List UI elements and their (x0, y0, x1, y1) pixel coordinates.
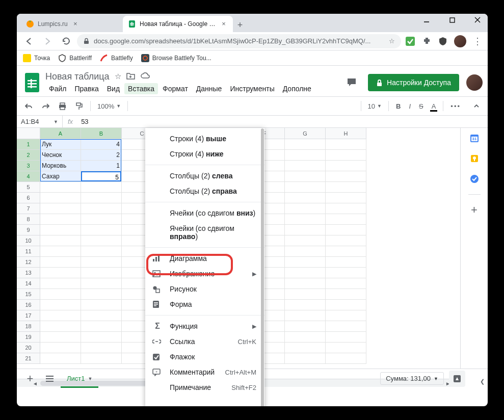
all-sheets-button[interactable] (41, 371, 58, 387)
row-header-7[interactable]: 7 (17, 203, 40, 214)
cell-B12[interactable] (81, 257, 122, 268)
cell-G19[interactable] (285, 332, 326, 343)
row-header-17[interactable]: 17 (17, 310, 40, 321)
cell-H12[interactable] (326, 257, 366, 268)
column-header-G[interactable]: G (285, 128, 326, 139)
share-button[interactable]: Настройки Доступа (368, 74, 459, 91)
bookmark-tochka[interactable]: Точка (23, 54, 50, 62)
cell-H17[interactable] (326, 310, 366, 321)
menu-insert[interactable]: Вставка (124, 83, 158, 94)
cell-A18[interactable] (40, 321, 81, 332)
cell-H10[interactable] (326, 235, 366, 246)
move-icon[interactable] (126, 72, 135, 81)
cell-H1[interactable] (326, 139, 366, 150)
cell-B19[interactable] (81, 332, 122, 343)
star-icon[interactable]: ☆ (389, 37, 395, 45)
cell-A6[interactable] (40, 193, 81, 203)
insert-insert-item[interactable]: Строки (4) выше (145, 131, 264, 146)
row-header-14[interactable]: 14 (17, 278, 40, 289)
insert-примечание[interactable]: ПримечаниеShift+F2 (145, 380, 264, 395)
row-header-2[interactable]: 2 (17, 150, 40, 161)
window-minimize-icon[interactable] (419, 14, 434, 27)
profile-avatar[interactable] (454, 35, 466, 47)
add-addon-icon[interactable]: + (469, 205, 480, 215)
insert-изображение[interactable]: Изображение▶ (145, 266, 264, 281)
cell-A7[interactable] (40, 203, 81, 214)
more-toolbar-button[interactable]: ••• (448, 101, 463, 112)
print-button[interactable] (56, 100, 69, 112)
add-sheet-button[interactable]: + (22, 371, 38, 387)
column-header-B[interactable]: B (81, 128, 122, 139)
cell-B21[interactable] (81, 353, 122, 364)
row-header-5[interactable]: 5 (17, 182, 40, 193)
cell-H3[interactable] (326, 161, 366, 171)
sheet-tab-1[interactable]: Лист1▼ (61, 371, 98, 387)
cell-A3[interactable]: Морковь (40, 161, 81, 171)
row-header-9[interactable]: 9 (17, 225, 40, 235)
cell-B11[interactable] (81, 246, 122, 257)
font-size-selector[interactable]: 10▼ (366, 102, 384, 110)
account-avatar[interactable] (466, 74, 483, 91)
menu-data[interactable]: Данные (193, 83, 226, 94)
browser-tab-lumpics[interactable]: Lumpics.ru × (21, 16, 123, 32)
cell-A5[interactable] (40, 182, 81, 193)
cell-A9[interactable] (40, 225, 81, 235)
insert-insert-item[interactable]: Столбцы (2) слева (145, 168, 264, 183)
cell-B17[interactable] (81, 310, 122, 321)
extension-check-icon[interactable] (405, 36, 415, 46)
name-box[interactable]: A1:B4▼ (17, 116, 63, 127)
menu-tools[interactable]: Инструменты (226, 83, 278, 94)
cell-A2[interactable]: Чеснок (40, 150, 81, 161)
collapse-toolbar-button[interactable] (470, 101, 483, 111)
explore-button[interactable] (449, 371, 465, 387)
cell-G2[interactable] (285, 150, 326, 161)
side-panel-toggle-icon[interactable]: ❮ (480, 378, 485, 385)
insert-рисунок[interactable]: Рисунок (145, 281, 264, 297)
insert-флажок[interactable]: Флажок (145, 349, 264, 364)
undo-button[interactable] (22, 101, 36, 111)
insert-функция[interactable]: ΣФункция▶ (145, 319, 264, 334)
row-header-4[interactable]: 4 (17, 171, 40, 182)
strike-button[interactable]: S (416, 101, 426, 112)
formula-input[interactable]: 53 (78, 118, 488, 125)
quick-sum[interactable]: Сумма: 131,00▼ (380, 372, 444, 385)
cell-G17[interactable] (285, 310, 326, 321)
italic-button[interactable]: I (406, 101, 413, 112)
cell-H11[interactable] (326, 246, 366, 257)
cell-A13[interactable] (40, 268, 81, 278)
cell-B5[interactable] (81, 182, 122, 193)
tasks-icon[interactable] (469, 174, 480, 184)
cell-B6[interactable] (81, 193, 122, 203)
cell-B3[interactable]: 1 (81, 161, 122, 171)
cell-G12[interactable] (285, 257, 326, 268)
cell-H2[interactable] (326, 150, 366, 161)
menu-view[interactable]: Вид (103, 83, 123, 94)
cell-H16[interactable] (326, 300, 366, 310)
insert-insert-item[interactable]: Ячейки (со сдвигом вниз) (145, 205, 264, 221)
cell-H5[interactable] (326, 182, 366, 193)
insert-insert-item[interactable]: Ячейки (со сдвигом вправо) (145, 221, 264, 244)
cell-H15[interactable] (326, 289, 366, 300)
cell-G11[interactable] (285, 246, 326, 257)
bookmark-battlefly[interactable]: Battlefly (100, 54, 133, 62)
tab-close-icon[interactable]: × (220, 20, 228, 28)
cell-B20[interactable] (81, 343, 122, 353)
calendar-icon[interactable]: 31 (469, 133, 480, 143)
cell-H18[interactable] (326, 321, 366, 332)
row-header-15[interactable]: 15 (17, 289, 40, 300)
cell-A17[interactable] (40, 310, 81, 321)
cell-H21[interactable] (326, 353, 366, 364)
cell-G18[interactable] (285, 321, 326, 332)
row-header-11[interactable]: 11 (17, 246, 40, 257)
column-header-H[interactable]: H (326, 128, 366, 139)
extensions-icon[interactable] (421, 36, 432, 46)
star-icon[interactable]: ☆ (115, 72, 121, 81)
cell-H19[interactable] (326, 332, 366, 343)
cell-A16[interactable] (40, 300, 81, 310)
row-header-13[interactable]: 13 (17, 268, 40, 278)
new-tab-button[interactable]: + (233, 18, 247, 32)
cell-B9[interactable] (81, 225, 122, 235)
cell-A8[interactable] (40, 214, 81, 225)
sheets-logo-icon[interactable] (22, 72, 42, 93)
reload-button[interactable] (59, 34, 73, 48)
